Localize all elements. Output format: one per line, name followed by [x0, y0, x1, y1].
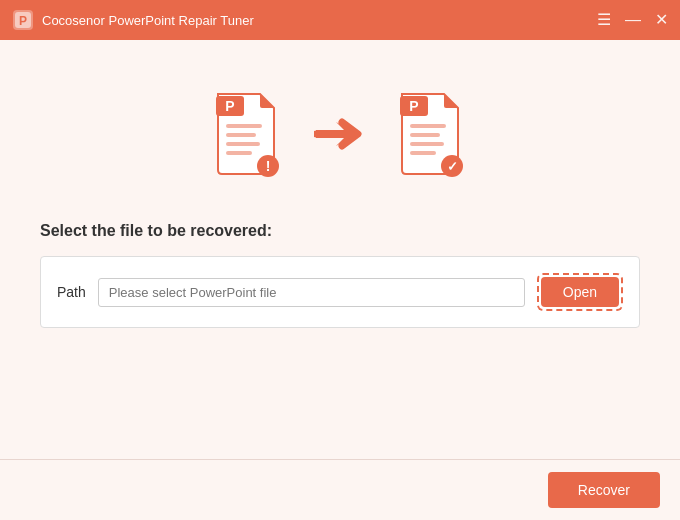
bottom-bar: Recover — [0, 459, 680, 520]
window-title: Cocosenor PowerPoint Repair Tuner — [42, 13, 597, 28]
svg-rect-16 — [410, 151, 436, 155]
title-bar: P Cocosenor PowerPoint Repair Tuner ☰ — … — [0, 0, 680, 40]
main-content: P ! — [0, 40, 680, 520]
svg-text:!: ! — [266, 158, 271, 174]
broken-document-icon: P ! — [212, 90, 284, 182]
select-label: Select the file to be recovered: — [40, 222, 640, 240]
svg-rect-5 — [226, 124, 262, 128]
svg-rect-7 — [226, 142, 260, 146]
path-row-container: Path Open — [40, 256, 640, 328]
recover-button[interactable]: Recover — [548, 472, 660, 508]
window-controls: ☰ — ✕ — [597, 12, 668, 28]
svg-text:P: P — [225, 98, 234, 114]
svg-rect-8 — [226, 151, 252, 155]
illustration-area: P ! — [212, 90, 468, 182]
app-icon: P — [12, 9, 34, 31]
svg-text:P: P — [19, 14, 27, 28]
svg-rect-14 — [410, 133, 440, 137]
minimize-button[interactable]: — — [625, 12, 641, 28]
svg-text:P: P — [409, 98, 418, 114]
select-section: Select the file to be recovered: Path Op… — [0, 222, 680, 328]
svg-rect-6 — [226, 133, 256, 137]
menu-button[interactable]: ☰ — [597, 12, 611, 28]
path-input[interactable] — [98, 278, 525, 307]
svg-rect-13 — [410, 124, 446, 128]
arrow-icon — [314, 116, 366, 156]
svg-text:✓: ✓ — [447, 159, 458, 174]
open-button-wrapper: Open — [537, 273, 623, 311]
path-label: Path — [57, 284, 86, 300]
svg-rect-15 — [410, 142, 444, 146]
open-button[interactable]: Open — [541, 277, 619, 307]
repaired-document-icon: P ✓ — [396, 90, 468, 182]
close-button[interactable]: ✕ — [655, 12, 668, 28]
